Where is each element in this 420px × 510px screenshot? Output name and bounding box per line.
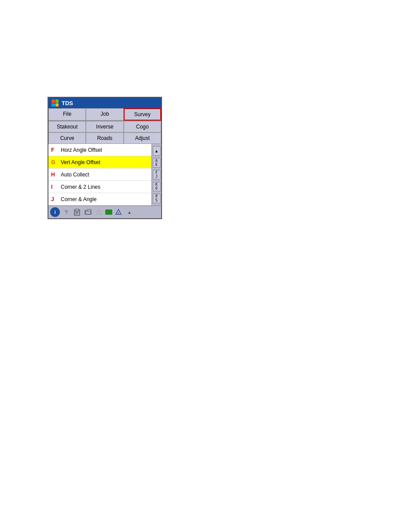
- device-window: TDS File Job Survey Stakeout Inverse Cog…: [48, 97, 162, 219]
- star-icon[interactable]: [94, 207, 104, 217]
- menu-stakeout[interactable]: Stakeout: [48, 121, 86, 132]
- scroll-f-button[interactable]: FJ: [153, 170, 161, 180]
- title-bar: TDS: [48, 98, 161, 108]
- green-square-icon[interactable]: [105, 209, 112, 215]
- svg-rect-5: [85, 211, 91, 214]
- list-item-label-j: Corner & Angle: [61, 196, 96, 202]
- list-item-key-j: J: [51, 196, 57, 202]
- menu-row-2: Stakeout Inverse Cogo: [48, 121, 161, 132]
- list-item-key-f: F: [51, 147, 57, 153]
- menu-row-3: Curve Roads Adjust: [48, 132, 161, 144]
- triangle-icon[interactable]: ▲: [114, 207, 123, 217]
- svg-marker-6: [96, 209, 102, 215]
- menu-row-1: File Job Survey: [48, 108, 161, 121]
- list-item[interactable]: J Corner & Angle: [48, 193, 151, 205]
- menu-job[interactable]: Job: [86, 108, 123, 121]
- help-icon[interactable]: ?: [61, 207, 71, 217]
- scroll-k-button[interactable]: KO: [153, 182, 161, 191]
- clipboard-icon[interactable]: [72, 207, 82, 217]
- menu-inverse[interactable]: Inverse: [86, 121, 123, 132]
- list-area: F Horz Angle Offset G Vert Angle Offset …: [48, 144, 161, 205]
- list-item-key-i: I: [51, 184, 57, 190]
- list-item-label-g: Vert Angle Offset: [61, 159, 100, 165]
- menu-curve[interactable]: Curve: [48, 132, 86, 144]
- info-icon[interactable]: i: [50, 207, 60, 217]
- menu-file[interactable]: File: [48, 108, 86, 121]
- menu-cogo[interactable]: Cogo: [124, 121, 161, 132]
- scroll-p-button[interactable]: PS: [153, 194, 161, 203]
- list-item-label-f: Horz Angle Offset: [61, 147, 102, 153]
- list-items-container: F Horz Angle Offset G Vert Angle Offset …: [48, 144, 151, 205]
- scroll-e-button[interactable]: AE: [153, 158, 161, 168]
- menu-adjust[interactable]: Adjust: [124, 132, 161, 144]
- svg-rect-1: [76, 209, 78, 211]
- list-item-label-h: Auto Collect: [61, 172, 89, 178]
- list-item-highlighted[interactable]: G Vert Angle Offset: [48, 156, 151, 169]
- list-item[interactable]: H Auto Collect: [48, 169, 151, 181]
- bottom-toolbar: i ? ▲: [48, 205, 161, 218]
- menu-roads[interactable]: Roads: [86, 132, 123, 144]
- svg-text:▲: ▲: [118, 211, 120, 214]
- list-item-key-g: G: [51, 159, 57, 165]
- folder-icon[interactable]: [83, 207, 93, 217]
- scroll-up-button[interactable]: ▲: [153, 146, 161, 156]
- list-item-key-h: H: [51, 172, 57, 178]
- scroll-bar: ▲ AE FJ KO PS: [151, 144, 161, 205]
- scroll-up-arrow-icon[interactable]: ▲: [125, 207, 134, 217]
- list-item-label-i: Corner & 2 Lines: [61, 184, 100, 190]
- window-title: TDS: [62, 100, 73, 106]
- menu-survey[interactable]: Survey: [124, 108, 161, 121]
- list-item[interactable]: F Horz Angle Offset: [48, 144, 151, 156]
- list-item[interactable]: I Corner & 2 Lines: [48, 181, 151, 193]
- windows-logo-icon: [51, 99, 59, 107]
